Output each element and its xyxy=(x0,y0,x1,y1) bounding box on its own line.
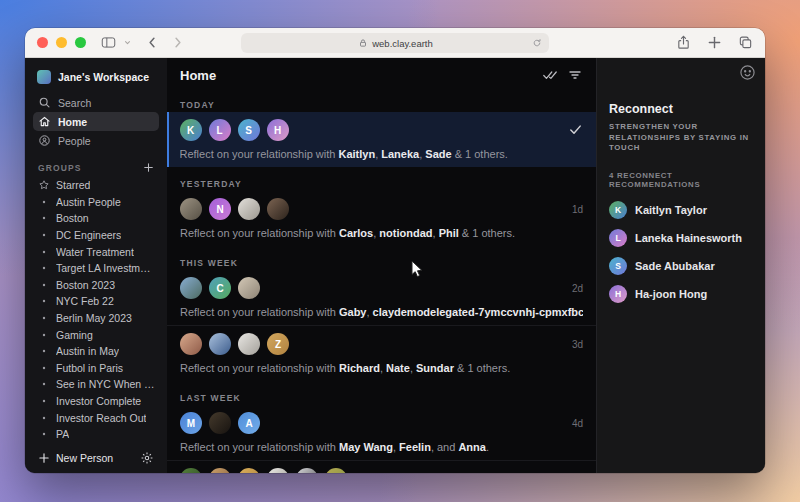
group-item[interactable]: Starred xyxy=(33,177,159,194)
person-avatar[interactable]: S xyxy=(609,257,627,275)
group-item[interactable]: Futbol in Paris xyxy=(33,360,159,377)
lock-icon xyxy=(357,38,368,49)
group-item[interactable]: Austin in May xyxy=(33,343,159,360)
card-text-part: & 1 others. xyxy=(452,148,508,160)
photo-avatar[interactable] xyxy=(180,277,202,299)
letter-avatar[interactable]: K xyxy=(180,119,202,141)
group-label: Futbol in Paris xyxy=(56,362,123,374)
letter-avatar[interactable]: M xyxy=(180,412,202,434)
mark-all-done-icon[interactable] xyxy=(542,67,558,83)
groups-header-label: GROUPS xyxy=(38,163,81,173)
reconnect-person[interactable]: KKaitlyn Taylor xyxy=(609,197,753,224)
letter-avatar[interactable]: C xyxy=(209,277,231,299)
close-button[interactable] xyxy=(37,37,48,48)
group-item[interactable]: Berlin May 2023 xyxy=(33,310,159,327)
group-label: See in NYC When … xyxy=(56,378,154,390)
moment-card[interactable]: Z3dReflect on your relationship with Ric… xyxy=(167,325,596,381)
forward-icon[interactable] xyxy=(169,35,185,51)
letter-avatar[interactable]: L xyxy=(209,119,231,141)
group-item[interactable]: NYC Feb 22 xyxy=(33,293,159,310)
avatar-group: Z xyxy=(180,333,289,355)
moment-card[interactable]: C2dReflect on your relationship with Gab… xyxy=(167,270,596,325)
group-item[interactable]: See in NYC When … xyxy=(33,376,159,393)
photo-avatar[interactable] xyxy=(180,333,202,355)
share-icon[interactable] xyxy=(675,35,691,51)
person-avatar[interactable]: L xyxy=(609,229,627,247)
sidebar-item-home[interactable]: Home xyxy=(33,112,159,131)
letter-avatar[interactable]: A xyxy=(238,412,260,434)
card-text-part: Reflect on your relationship with xyxy=(180,227,339,239)
group-item[interactable]: Water Treatment xyxy=(33,243,159,260)
page-title: Home xyxy=(180,68,216,83)
group-item[interactable]: Boston xyxy=(33,210,159,227)
address-bar[interactable]: web.clay.earth xyxy=(241,33,549,53)
back-icon[interactable] xyxy=(144,35,160,51)
profile-face-icon[interactable] xyxy=(739,64,756,81)
photo-avatar[interactable] xyxy=(180,468,202,473)
photo-avatar[interactable] xyxy=(209,468,231,473)
photo-avatar[interactable] xyxy=(238,277,260,299)
add-group-icon[interactable] xyxy=(143,162,154,173)
person-avatar[interactable]: K xyxy=(609,201,627,219)
new-person-button[interactable]: New Person xyxy=(33,446,159,467)
group-label: Boston xyxy=(56,212,89,224)
group-item[interactable]: Target LA Investm… xyxy=(33,260,159,277)
moment-card[interactable]: N1dReflect on your relationship with Car… xyxy=(167,191,596,246)
new-tab-icon[interactable] xyxy=(706,35,722,51)
photo-avatar[interactable] xyxy=(296,468,318,473)
photo-avatar[interactable] xyxy=(180,198,202,220)
photo-avatar[interactable] xyxy=(238,333,260,355)
new-person-label: New Person xyxy=(56,452,113,464)
refresh-icon[interactable] xyxy=(531,37,543,49)
letter-avatar[interactable]: N xyxy=(209,198,231,220)
avatar-group xyxy=(180,468,347,473)
main-header-icons xyxy=(542,67,583,83)
group-label: Investor Reach Out xyxy=(56,412,146,424)
photo-avatar[interactable] xyxy=(267,468,289,473)
group-item[interactable]: Investor Complete xyxy=(33,393,159,410)
group-item[interactable]: Gaming xyxy=(33,326,159,343)
dot-icon xyxy=(38,345,50,357)
photo-avatar[interactable] xyxy=(267,198,289,220)
photo-avatar[interactable] xyxy=(325,468,347,473)
minimize-button[interactable] xyxy=(56,37,67,48)
dot-icon xyxy=(38,262,50,274)
reconnect-subtitle: STRENGTHEN YOUR RELATIONSHIPS BY STAYING… xyxy=(609,122,753,154)
reconnect-person[interactable]: HHa-joon Hong xyxy=(609,281,753,308)
filter-icon[interactable] xyxy=(567,67,583,83)
photo-avatar[interactable] xyxy=(209,412,231,434)
done-check[interactable] xyxy=(568,122,583,139)
card-top-row: MA4d xyxy=(180,412,583,434)
moment-card[interactable]: 5d xyxy=(167,460,596,473)
person-name: Sade Abubakar xyxy=(635,260,715,272)
photo-avatar[interactable] xyxy=(238,198,260,220)
person-avatar[interactable]: H xyxy=(609,285,627,303)
avatar-group: C xyxy=(180,277,260,299)
section-label: THIS WEEK xyxy=(180,258,583,268)
group-item[interactable]: PA xyxy=(33,426,159,443)
group-item[interactable]: Boston 2023 xyxy=(33,277,159,294)
reconnect-person[interactable]: LLaneka Hainesworth xyxy=(609,225,753,252)
photo-avatar[interactable] xyxy=(238,468,260,473)
sidebar-item-label: Search xyxy=(58,97,91,109)
letter-avatar[interactable]: H xyxy=(267,119,289,141)
group-item[interactable]: DC Engineers xyxy=(33,227,159,244)
workspace-switcher[interactable]: Jane's Workspace xyxy=(33,66,159,88)
person-name: notiondad xyxy=(379,227,432,239)
tabs-overview-icon[interactable] xyxy=(737,35,753,51)
chevron-down-icon[interactable] xyxy=(119,35,135,51)
settings-icon[interactable] xyxy=(140,451,154,465)
sidebar-item-search[interactable]: Search xyxy=(33,93,159,112)
sidebar-toggle-icon[interactable] xyxy=(100,35,116,51)
moment-card[interactable]: MA4dReflect on your relationship with Ma… xyxy=(167,405,596,460)
group-item[interactable]: Investor Reach Out xyxy=(33,409,159,426)
moment-card[interactable]: KLSHReflect on your relationship with Ka… xyxy=(167,112,596,167)
reconnect-person[interactable]: SSade Abubakar xyxy=(609,253,753,280)
letter-avatar[interactable]: S xyxy=(238,119,260,141)
zoom-button[interactable] xyxy=(75,37,86,48)
sidebar-item-people[interactable]: People xyxy=(33,131,159,150)
letter-avatar[interactable]: Z xyxy=(267,333,289,355)
photo-avatar[interactable] xyxy=(209,333,231,355)
card-top-row: 5d xyxy=(180,468,583,473)
group-item[interactable]: Austin People xyxy=(33,194,159,211)
